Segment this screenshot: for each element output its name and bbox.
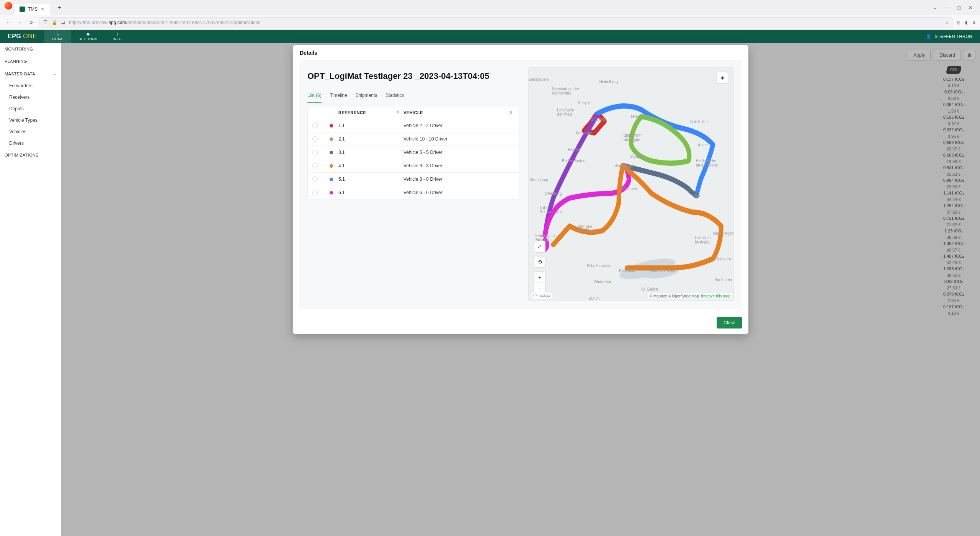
plus-icon: + — [538, 274, 541, 280]
reload-icon[interactable]: ⟳ — [28, 20, 35, 25]
table-row[interactable]: 5.1Vehicle 8 - 8 Driver — [308, 173, 519, 186]
route-color-dot — [330, 178, 333, 181]
sidebar-master-data[interactable]: MASTER DATA⌄ — [0, 67, 61, 80]
minimize-icon[interactable]: — — [944, 5, 949, 10]
row-vehicle: Vehicle 10 - 10 Driver — [403, 136, 507, 142]
chevron-down-icon: ⌄ — [53, 71, 56, 76]
sidebar-monitoring[interactable]: MONITORING — [0, 43, 61, 55]
tab-favicon — [20, 7, 25, 12]
row-radio[interactable] — [312, 123, 318, 128]
col-vehicle[interactable]: VEHICLE — [403, 110, 507, 115]
route-color-dot — [330, 124, 333, 127]
sidebar-planning[interactable]: PLANNING — [0, 55, 61, 67]
bookmark-star-icon[interactable]: ☆ — [945, 20, 949, 25]
sidebar-item[interactable]: Depots — [0, 103, 61, 114]
row-reference: 3.1 — [338, 150, 403, 155]
map-recenter-button[interactable]: ⟲ — [534, 256, 546, 268]
map-zoom-in-button[interactable]: + — [534, 271, 546, 283]
sidebar-item[interactable]: Receivers — [0, 92, 61, 103]
row-radio[interactable] — [312, 136, 318, 142]
reader-icon[interactable]: ⎘ — [957, 20, 960, 25]
sidebar-item[interactable]: Forwarders — [0, 80, 61, 92]
modal-title: Details — [293, 45, 748, 58]
modal-overlay: Details OPT_LogiMat Testlager 23 _2023-0… — [61, 43, 980, 536]
sidebar-item[interactable]: Drivers — [0, 137, 61, 149]
row-vehicle: Vehicle 6 - 6 Driver — [403, 190, 507, 195]
table-row[interactable]: 3.1Vehicle 5 - 5 Driver — [308, 146, 519, 159]
row-radio[interactable] — [312, 190, 318, 195]
background-content: Apply Discard 🗑 CO₂ 0.137 tCO₂4.10 €0.03… — [61, 43, 980, 536]
sidebar-optimizations[interactable]: OPTIMIZATIONS — [0, 149, 61, 161]
row-vehicle: Vehicle 8 - 8 Driver — [403, 176, 507, 182]
table-row[interactable]: 4.1Vehicle 3 - 3 Driver — [308, 159, 519, 173]
shield-icon: ⛉ — [43, 20, 48, 25]
url-bar-row: ← → ⟳ ⛉ 🔒 ⇄ https://tms-preview.epg.com/… — [0, 15, 980, 30]
tab-title: TMS — [28, 7, 38, 12]
detail-tabs: List (6) Timeline Shipments Statistics — [307, 90, 520, 103]
url-text: https://tms-preview.epg.com/en/home/6963… — [69, 20, 260, 25]
permissions-icon: ⇄ — [61, 20, 65, 25]
mapbox-logo: ⓘ mapbox — [531, 293, 552, 299]
improve-map-link[interactable]: Improve this map — [701, 294, 730, 298]
row-radio[interactable] — [312, 163, 318, 168]
close-window-icon[interactable]: ✕ — [969, 5, 972, 10]
tab-list[interactable]: List (6) — [307, 90, 322, 103]
sort-icon: ⇅ — [397, 110, 404, 115]
user-name: STEFFEN THRON — [934, 34, 972, 39]
col-reference[interactable]: REFERENCE⇅ — [338, 110, 403, 115]
close-tab-icon[interactable]: ✕ — [41, 7, 44, 12]
sidebar-item[interactable]: Vehicles — [0, 126, 61, 137]
row-radio[interactable] — [312, 176, 318, 182]
user-area[interactable]: 👤 STEFFEN THRON — [926, 34, 980, 39]
firefox-icon — [5, 2, 12, 10]
sidebar-item[interactable]: Vehicle Types — [0, 114, 61, 126]
minus-icon: − — [538, 286, 541, 292]
map-layers-button[interactable]: ◈ — [717, 72, 728, 83]
sidebar: MONITORING PLANNING MASTER DATA⌄ Forward… — [0, 43, 61, 536]
row-vehicle: Vehicle 3 - 3 Driver — [403, 163, 507, 168]
map[interactable]: KaiserslauternHeidelbergNeustadt an derW… — [528, 67, 734, 301]
maximize-icon[interactable]: ▢ — [957, 5, 961, 10]
lock-icon: 🔒 — [52, 20, 57, 25]
app-header: EPG ONE ⌂ HOME ✸ SETTINGS i INFO 👤 STEFF… — [0, 30, 980, 43]
route-color-dot — [330, 164, 333, 168]
hamburger-menu-icon[interactable]: ≡ — [973, 20, 975, 25]
expand-icon: ⤢ — [537, 243, 542, 250]
logo: EPG ONE — [0, 33, 44, 40]
table-row[interactable]: 1.1Vehicle 2 - 2 Driver — [308, 119, 519, 132]
tab-statistics[interactable]: Statistics — [385, 90, 404, 103]
row-reference: 1.1 — [338, 123, 403, 128]
row-reference: 6.1 — [338, 190, 403, 195]
row-vehicle: Vehicle 2 - 2 Driver — [403, 123, 507, 128]
browser-tab-bar: TMS ✕ ＋ ⌄ — ▢ ✕ — [0, 0, 980, 15]
table-row[interactable]: 2.1Vehicle 10 - 10 Driver — [308, 132, 519, 146]
sort-icon: ⇅ — [510, 111, 517, 114]
nav-home[interactable]: ⌂ HOME — [44, 30, 71, 43]
nav-info[interactable]: i INFO — [105, 30, 129, 43]
table-row[interactable]: 6.1Vehicle 6 - 6 Driver — [308, 186, 519, 199]
optimization-title: OPT_LogiMat Testlager 23 _2023-04-13T04:… — [307, 71, 520, 81]
row-reference: 2.1 — [338, 136, 403, 142]
user-icon: 👤 — [926, 34, 932, 39]
new-tab-button[interactable]: ＋ — [52, 1, 66, 14]
row-vehicle: Vehicle 5 - 5 Driver — [403, 150, 507, 155]
forward-icon[interactable]: → — [16, 20, 24, 25]
row-reference: 5.1 — [338, 176, 403, 182]
details-modal: Details OPT_LogiMat Testlager 23 _2023-0… — [293, 45, 748, 334]
chevron-down-icon[interactable]: ⌄ — [933, 5, 937, 10]
close-button[interactable]: Close — [717, 317, 742, 328]
home-icon: ⌂ — [56, 32, 59, 37]
tab-timeline[interactable]: Timeline — [330, 90, 347, 103]
map-attribution: © Mapbox © OpenStreetMap Improve this ma… — [648, 293, 732, 299]
map-fullscreen-button[interactable]: ⤢ — [534, 241, 546, 252]
info-icon: i — [117, 32, 118, 37]
url-input[interactable]: ⛉ 🔒 ⇄ https://tms-preview.epg.com/en/hom… — [39, 17, 953, 28]
tab-shipments[interactable]: Shipments — [356, 90, 377, 103]
extensions-icon[interactable]: ⧫ — [965, 20, 967, 25]
browser-tab[interactable]: TMS ✕ — [14, 3, 50, 15]
row-radio[interactable] — [312, 150, 318, 155]
nav-settings[interactable]: ✸ SETTINGS — [71, 30, 105, 43]
route-color-dot — [330, 191, 333, 194]
back-icon[interactable]: ← — [5, 20, 12, 25]
routes-table: REFERENCE⇅ VEHICLE ⇅ 1.1Vehicle 2 - 2 Dr… — [307, 106, 520, 199]
